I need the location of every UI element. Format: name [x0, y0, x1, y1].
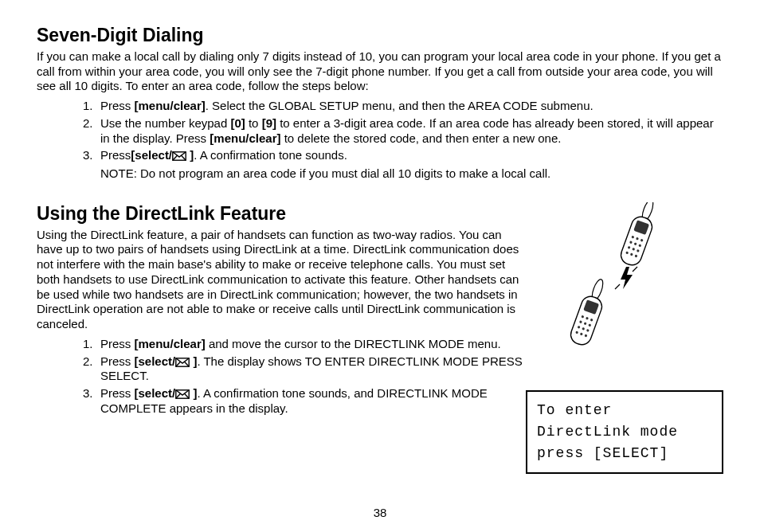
svg-line-40: [176, 393, 181, 398]
handsets-illustration: [564, 202, 691, 377]
envelope-icon: [172, 151, 186, 161]
svg-line-1: [173, 155, 178, 160]
step-item: Press [menu/clear]. Select the GLOBAL SE…: [83, 99, 723, 114]
envelope-icon: [175, 358, 190, 367]
intro-directlink: Using the DirectLink feature, a pair of …: [37, 228, 554, 332]
key-label: [9]: [262, 116, 276, 130]
svg-line-41: [185, 393, 190, 398]
svg-marker-33: [621, 267, 633, 289]
svg-rect-4: [618, 214, 655, 268]
svg-line-35: [633, 267, 637, 272]
lcd-display-box: To enter DirectLink mode press [SELECT]: [526, 390, 723, 474]
step-item: Press [select/ ]. A confirmation tone so…: [83, 386, 546, 417]
lcd-line: To enter: [537, 400, 712, 421]
steps-directlink: Press [menu/clear] and move the cursor t…: [37, 337, 546, 417]
svg-line-37: [176, 362, 181, 366]
step-note: NOTE: Do not program an area code if you…: [100, 166, 723, 182]
key-label: [menu/clear]: [210, 131, 280, 145]
intro-seven-digit: If you can make a local call by dialing …: [37, 49, 723, 94]
signal-icon: [615, 267, 637, 289]
step-item: Press [menu/clear] and move the cursor t…: [83, 337, 546, 352]
envelope-icon: [175, 389, 190, 399]
heading-seven-digit: Seven-Digit Dialing: [37, 24, 723, 47]
svg-rect-19: [568, 294, 605, 347]
select-key-label: [select/ ]: [135, 386, 198, 400]
key-label: [0]: [230, 116, 245, 130]
illustration-column: [532, 202, 723, 384]
key-label: [menu/clear]: [135, 337, 206, 350]
page-number: 38: [0, 506, 760, 521]
svg-line-34: [615, 284, 620, 289]
svg-line-38: [185, 362, 190, 366]
lcd-line: DirectLink mode: [537, 421, 712, 443]
steps-seven-digit: Press [menu/clear]. Select the GLOBAL SE…: [37, 99, 723, 182]
key-label: [menu/clear]: [135, 99, 206, 112]
select-key-label: [select/ ]: [135, 354, 198, 368]
svg-line-2: [182, 155, 186, 160]
select-key-label: [select/ ]: [131, 148, 194, 162]
step-item: Press [select/ ]. The display shows TO E…: [83, 354, 546, 385]
lcd-line: press [SELECT]: [537, 443, 712, 464]
step-item: Press[select/ ]. A confirmation tone sou…: [83, 148, 723, 182]
step-item: Use the number keypad [0] to [9] to ente…: [83, 116, 723, 147]
